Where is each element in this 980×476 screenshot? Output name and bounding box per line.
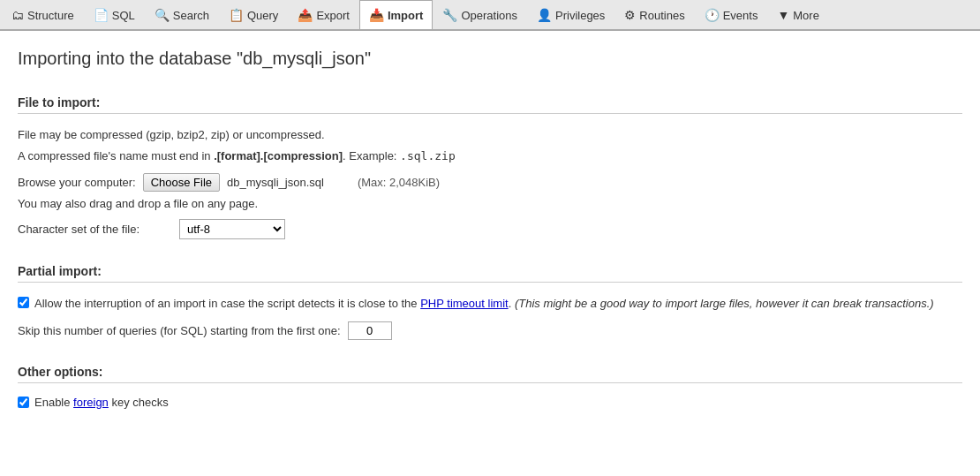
browse-label: Browse your computer: (18, 176, 136, 189)
tab-more-label: More (793, 9, 819, 22)
tab-events-label: Events (723, 9, 758, 22)
events-icon: 🕐 (705, 8, 720, 22)
structure-icon: 🗂 (11, 8, 24, 22)
tab-events[interactable]: 🕐 Events (695, 0, 768, 29)
tab-routines[interactable]: ⚙ Routines (614, 0, 694, 29)
other-options-header: Other options: (18, 365, 962, 383)
file-name: db_mysqli_json.sql (227, 176, 324, 189)
foreign-key-row: Enable foreign key checks (18, 396, 962, 409)
info-line2: A compressed file's name must end in .[f… (18, 147, 962, 165)
partial-import-section: Partial import: Allow the interruption o… (18, 264, 962, 344)
file-max: (Max: 2,048KiB) (358, 176, 440, 189)
interrupt-checkbox-row: Allow the interruption of an import in c… (18, 295, 962, 313)
tab-operations-label: Operations (461, 9, 517, 22)
skip-label: Skip this number of queries (for SQL) st… (18, 324, 341, 337)
tab-search-label: Search (173, 9, 209, 22)
format-text: .[format].[compression] (214, 149, 343, 162)
routines-icon: ⚙ (624, 8, 636, 22)
tab-export-label: Export (316, 9, 350, 22)
other-options-section: Other options: Enable foreign key checks (18, 365, 962, 412)
tab-import-label: Import (388, 9, 423, 22)
drag-drop-text: You may also drag and drop a file on any… (18, 197, 962, 210)
php-timeout-link: PHP timeout limit (420, 297, 508, 310)
tab-query-label: Query (247, 9, 278, 22)
export-icon: 📤 (298, 8, 313, 22)
foreign-key-label: Enable foreign key checks (34, 396, 169, 409)
tab-structure-label: Structure (27, 9, 74, 22)
tab-privileges-label: Privileges (555, 9, 605, 22)
skip-row: Skip this number of queries (for SQL) st… (18, 321, 962, 340)
choose-file-button[interactable]: Choose File (143, 173, 220, 192)
sql-icon: 📄 (94, 8, 109, 22)
charset-label: Character set of the file: (18, 223, 172, 236)
page-title: Importing into the database "db_mysqli_j… (18, 49, 962, 69)
skip-input[interactable] (348, 321, 392, 340)
foreign-key-checkbox[interactable] (18, 397, 29, 408)
tab-export[interactable]: 📤 Export (288, 0, 359, 29)
foreign-link: foreign (73, 396, 109, 409)
file-import-content: File may be compressed (gzip, bzip2, zip… (18, 123, 962, 243)
partial-import-header: Partial import: (18, 264, 962, 283)
charset-select[interactable]: utf-8 latin1 utf16 (179, 219, 285, 239)
more-icon: ▼ (777, 8, 789, 22)
tab-structure[interactable]: 🗂 Structure (2, 0, 84, 29)
other-options-content: Enable foreign key checks (18, 392, 962, 412)
tab-routines-label: Routines (639, 9, 684, 22)
partial-import-content: Allow the interruption of an import in c… (18, 291, 962, 344)
tab-sql[interactable]: 📄 SQL (84, 0, 145, 29)
tab-privileges[interactable]: 👤 Privileges (527, 0, 614, 29)
info-line1: File may be compressed (gzip, bzip2, zip… (18, 126, 962, 144)
file-import-header: File to import: (18, 95, 962, 114)
interrupt-checkbox[interactable] (18, 297, 29, 308)
operations-icon: 🔧 (442, 8, 457, 22)
main-content: Importing into the database "db_mysqli_j… (0, 31, 980, 451)
file-row: Browse your computer: Choose File db_mys… (18, 173, 962, 192)
interrupt-italic: (This might be a good way to import larg… (515, 297, 934, 310)
search-icon: 🔍 (155, 8, 170, 22)
charset-row: Character set of the file: utf-8 latin1 … (18, 219, 962, 239)
tab-bar: 🗂 Structure 📄 SQL 🔍 Search 📋 Query 📤 Exp… (0, 0, 980, 31)
interrupt-label: Allow the interruption of an import in c… (34, 295, 934, 313)
tab-query[interactable]: 📋 Query (219, 0, 288, 29)
import-icon: 📥 (369, 8, 384, 22)
tab-search[interactable]: 🔍 Search (145, 0, 219, 29)
tab-import[interactable]: 📥 Import (359, 0, 433, 29)
file-import-section: File to import: File may be compressed (… (18, 95, 962, 243)
query-icon: 📋 (229, 8, 244, 22)
tab-operations[interactable]: 🔧 Operations (433, 0, 527, 29)
example-text: .sql.zip (400, 149, 456, 162)
tab-sql-label: SQL (112, 9, 135, 22)
privileges-icon: 👤 (537, 8, 552, 22)
tab-more[interactable]: ▼ More (767, 0, 828, 29)
